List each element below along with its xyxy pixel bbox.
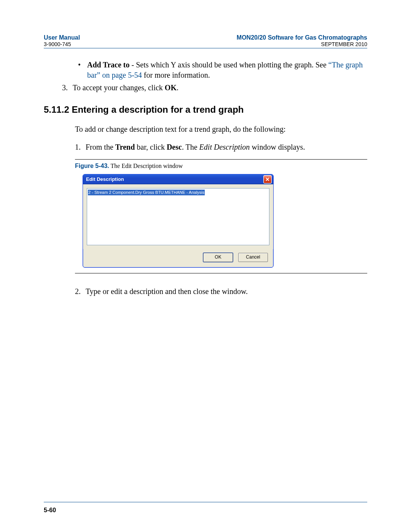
step3-pre: To accept your changes, click [73,83,165,92]
figure-caption: Figure 5-43. The Edit Description window [75,162,367,170]
step-3-text: To accept your changes, click OK. [73,83,178,93]
bullet-text-2: for more information. [142,71,210,79]
dialog-body: 2 - Stream 2 Component.Dry Gross BTU.MET… [83,184,273,249]
header-left-sub: 3-9000-745 [44,41,80,47]
dialog-titlebar: Edit Description ✕ [83,174,273,184]
page-number: 5-60 [44,507,56,514]
step-3-number: 3. [62,83,73,93]
s1-pre: From the [86,143,115,151]
figure-number: Figure 5-43. [75,163,109,169]
s1-b2: Desc [167,143,182,151]
intro-paragraph: To add or change description text for a … [75,124,367,134]
edit-description-dialog: Edit Description ✕ 2 - Stream 2 Componen… [83,174,274,268]
header-right-sub: SEPTEMBER 2010 [237,41,367,47]
step-1-text: From the Trend bar, click Desc. The Edit… [86,142,305,152]
step-2-number: 2. [75,286,86,297]
close-icon: ✕ [265,176,270,183]
section-heading: 5.11.2 Entering a description for a tren… [44,104,367,116]
s1-post: window displays. [250,143,305,151]
section-title: Entering a description for a trend graph [72,104,244,115]
header-left-title: User Manual [44,34,80,41]
section-number: 5.11.2 [44,104,69,115]
header-right-title: MON20/20 Software for Gas Chromatographs [237,34,367,41]
step-3: 3. To accept your changes, click OK. [62,83,367,93]
figure-rule-bottom [75,273,367,273]
page-header: User Manual 3-9000-745 MON20/20 Software… [44,34,367,48]
bullet-label: Add Trace to [87,61,129,69]
bullet-text-1: - Sets which Y axis should be used when … [129,61,328,69]
dialog-button-row: OK Cancel [83,249,273,267]
bullet-text: Add Trace to - Sets which Y axis should … [87,60,367,80]
step-1-number: 1. [75,142,86,152]
footer-rule [44,502,367,502]
dialog-title: Edit Description [86,176,263,183]
step3-post: . [177,83,178,92]
ok-button[interactable]: OK [203,253,233,262]
step3-bold: OK [165,83,177,92]
s1-b1: Trend [115,143,135,151]
step-2: 2. Type or edit a description and then c… [75,286,367,297]
selected-description-text: 2 - Stream 2 Component.Dry Gross BTU.MET… [88,190,205,195]
s1-m2: . The [182,143,199,151]
step-1: 1. From the Trend bar, click Desc. The E… [75,142,367,152]
close-button[interactable]: ✕ [263,175,272,184]
s1-m1: bar, click [135,143,167,151]
cancel-button[interactable]: Cancel [238,253,268,262]
figure-caption-text: The Edit Description window [109,163,183,169]
figure-rule-top [75,159,367,160]
bullet-dot-icon: • [78,60,87,80]
bullet-add-trace-to: • Add Trace to - Sets which Y axis shoul… [78,60,367,80]
description-textarea[interactable]: 2 - Stream 2 Component.Dry Gross BTU.MET… [87,188,269,245]
step-2-text: Type or edit a description and then clos… [86,286,248,297]
s1-ital: Edit Description [199,143,250,151]
